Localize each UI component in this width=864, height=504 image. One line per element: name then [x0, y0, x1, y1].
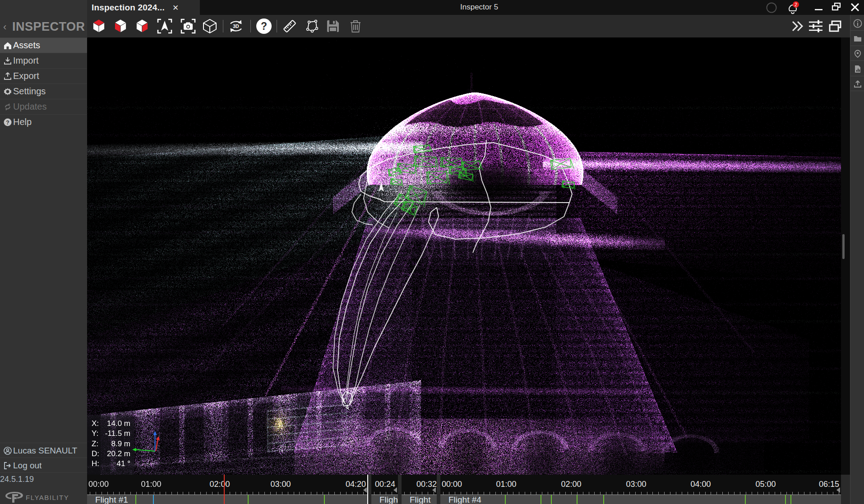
svg-text:?: ? [6, 120, 9, 126]
svg-text:2: 2 [795, 2, 797, 7]
svg-text:?: ? [261, 20, 267, 32]
svg-text:3D: 3D [233, 23, 239, 29]
svg-text:FLYABILITY: FLYABILITY [26, 494, 69, 501]
